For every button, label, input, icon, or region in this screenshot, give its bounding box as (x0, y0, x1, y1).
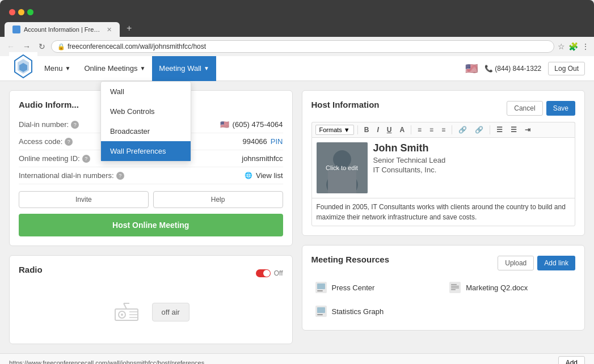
access-code-info-icon[interactable]: ? (65, 138, 73, 146)
align-right-button[interactable]: ≡ (439, 125, 448, 135)
editor-bio: Founded in 2005, IT Consultants works wi… (312, 198, 575, 226)
indent-button[interactable]: ⇥ (522, 125, 533, 135)
back-button[interactable]: ← (5, 41, 17, 52)
add-button[interactable]: Add (558, 356, 585, 364)
nav-meeting-wall-item[interactable]: Meeting Wall ▼ (152, 56, 216, 81)
right-column: Host Information Cancel Save Formats ▼ B… (302, 90, 585, 344)
international-info-icon[interactable]: ? (116, 172, 124, 180)
host-card-actions: Cancel Save (507, 101, 575, 116)
host-online-meeting-button[interactable]: Host Online Meeting (19, 214, 283, 236)
svg-rect-18 (317, 290, 323, 291)
upload-button[interactable]: Upload (498, 256, 534, 270)
menu-button[interactable]: ⋮ (582, 42, 589, 51)
url-bar[interactable]: 🔒 freeconferencecall.com/wall/johnsmithf… (51, 40, 554, 53)
toolbar-sep-1 (357, 125, 358, 134)
top-nav: Menu ▼ Online Meetings ▼ Meeting Wall ▼ … (0, 56, 594, 81)
browser-chrome: Account Information | FreeConf... ✕ + (0, 0, 594, 37)
invite-button[interactable]: Invite (19, 191, 149, 208)
profile-text: John Smith Senior Technical Lead IT Cons… (373, 142, 446, 193)
forward-button[interactable]: → (20, 41, 33, 52)
active-tab[interactable]: Account Information | FreeConf... ✕ (5, 22, 120, 37)
toolbar-sep-4 (490, 125, 490, 134)
editor-toolbar: Formats ▼ B I U A ≡ ≡ ≡ 🔗 🔗 ☰ (311, 122, 576, 137)
company-logo (9, 52, 37, 81)
press-center-icon (315, 281, 327, 294)
profile-image-area[interactable]: Click to edit (317, 142, 368, 193)
toggle-circle (263, 270, 270, 277)
svg-rect-22 (451, 287, 459, 289)
international-row: International dial-in numbers: ? 🌐 View … (19, 167, 283, 184)
refresh-button[interactable]: ↻ (36, 41, 48, 52)
view-list-button[interactable]: 🌐 View list (245, 171, 283, 180)
align-center-button[interactable]: ≡ (427, 125, 436, 135)
off-air-button[interactable]: off air (152, 303, 189, 321)
fullscreen-dot[interactable] (27, 9, 33, 15)
link-button[interactable]: 🔗 (456, 125, 470, 135)
extensions-button[interactable]: 🧩 (568, 42, 578, 51)
italic-button[interactable]: I (374, 125, 381, 135)
dial-in-label: Dial-in number: ? (19, 120, 109, 129)
dial-in-info-icon[interactable]: ? (71, 121, 79, 129)
main-content: Audio Inform... Dial-in number: ? 🇺🇸 (60… (0, 81, 594, 353)
svg-rect-17 (317, 283, 325, 289)
app-container: Menu ▼ Online Meetings ▼ Meeting Wall ▼ … (0, 56, 594, 364)
font-color-button[interactable]: A (397, 125, 407, 135)
resource-statistics-graph[interactable]: Statistics Graph (311, 302, 441, 321)
radio-header: Radio Off (19, 265, 283, 281)
browser-tabs: Account Information | FreeConf... ✕ + (5, 20, 589, 37)
logout-button[interactable]: Log Out (548, 62, 585, 75)
host-info-card: Host Information Cancel Save Formats ▼ B… (302, 90, 585, 236)
press-center-label: Press Center (332, 283, 375, 292)
new-tab-button[interactable]: + (121, 20, 137, 37)
bold-button[interactable]: B (361, 125, 372, 135)
access-code-label: Access code: ? (19, 137, 109, 146)
radio-toggle-label: Off (274, 269, 283, 277)
editor-content[interactable]: Click to edit John Smith Senior Technica… (311, 137, 576, 226)
align-left-button[interactable]: ≡ (415, 125, 424, 135)
dropdown-broadcaster[interactable]: Broadcaster (101, 121, 191, 141)
online-meeting-id-info-icon[interactable]: ? (82, 155, 90, 163)
svg-rect-23 (451, 289, 456, 290)
save-button[interactable]: Save (546, 101, 575, 116)
cancel-button[interactable]: Cancel (507, 101, 542, 116)
minimize-dot[interactable] (18, 9, 24, 15)
close-dot[interactable] (9, 9, 15, 15)
access-code-value: 994066 PIN (242, 137, 283, 146)
nav-menu: Menu ▼ Online Meetings ▼ Meeting Wall ▼ (37, 56, 216, 81)
help-button[interactable]: Help (153, 191, 283, 208)
nav-online-meetings-item[interactable]: Online Meetings ▼ (77, 56, 152, 81)
pin-link[interactable]: PIN (271, 137, 283, 146)
lock-icon: 🔒 (57, 43, 65, 50)
toolbar-sep-3 (452, 125, 452, 134)
bookmark-button[interactable]: ☆ (558, 42, 565, 51)
dropdown-wall-preferences[interactable]: Wall Preferences (101, 141, 191, 161)
nav-menu-item[interactable]: Menu ▼ (37, 56, 77, 81)
radio-svg-icon (112, 300, 141, 323)
resource-marketing-doc[interactable]: Marketing Q2.docx (445, 278, 575, 297)
nav-right: 🇺🇸 📞 (844) 844-1322 Log Out (465, 62, 585, 75)
tab-close-button[interactable]: ✕ (107, 26, 112, 33)
svg-rect-25 (317, 307, 325, 313)
invite-help-buttons: Invite Help (19, 191, 283, 208)
toolbar-sep-2 (411, 125, 411, 134)
dropdown-web-controls[interactable]: Web Controls (101, 101, 191, 121)
traffic-lights (5, 5, 589, 20)
dropdown-wall[interactable]: Wall (101, 82, 191, 101)
add-link-button[interactable]: Add link (537, 256, 575, 270)
link2-button[interactable]: 🔗 (472, 125, 486, 135)
unordered-list-button[interactable]: ☰ (494, 125, 505, 135)
radio-toggle: Off (256, 269, 283, 277)
online-meetings-caret: ▼ (140, 65, 145, 71)
svg-line-10 (124, 303, 127, 309)
ordered-list-button[interactable]: ☰ (508, 125, 520, 135)
radio-card: Radio Off (9, 255, 293, 344)
click-to-edit-overlay[interactable]: Click to edit (317, 142, 368, 193)
formats-button[interactable]: Formats ▼ (315, 125, 354, 135)
underline-button[interactable]: U (384, 125, 395, 135)
online-meeting-id-value: johnsmithfcc (242, 154, 283, 163)
resource-press-center[interactable]: Press Center (311, 278, 441, 297)
resources-title: Meeting Resources (311, 255, 390, 264)
host-info-title: Host Information (311, 100, 380, 109)
radio-toggle-switch[interactable] (256, 269, 271, 277)
profile-title: Senior Technical Lead (373, 156, 446, 164)
